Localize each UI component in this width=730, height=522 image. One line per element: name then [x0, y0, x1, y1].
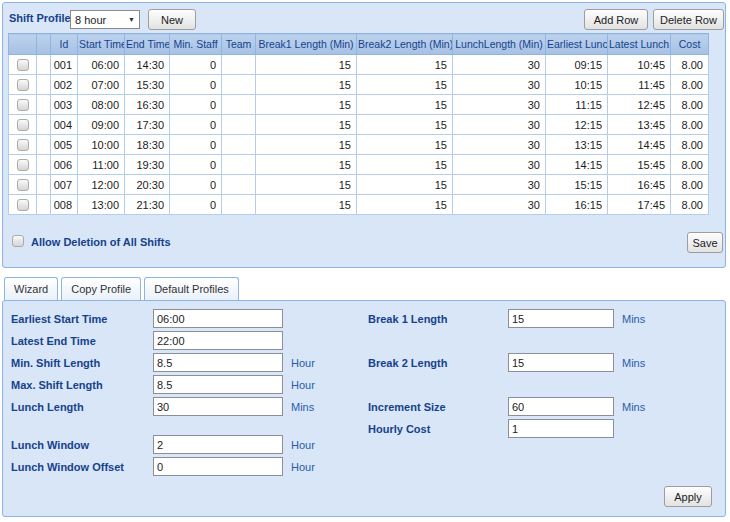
id-cell[interactable]: 007	[51, 175, 78, 195]
earliest-start-time-input[interactable]	[153, 309, 283, 328]
cost-cell[interactable]: 8.00	[671, 95, 709, 115]
team-cell[interactable]	[222, 55, 256, 75]
save-button[interactable]: Save	[687, 232, 723, 253]
id-cell[interactable]: 001	[51, 55, 78, 75]
cost-cell[interactable]: 8.00	[671, 195, 709, 215]
latest-lunch-cell[interactable]: 17:45	[608, 195, 671, 215]
start-time-cell[interactable]: 07:00	[78, 75, 125, 95]
min-staff-cell[interactable]: 0	[170, 95, 222, 115]
tab-copy-profile[interactable]: Copy Profile	[61, 277, 141, 300]
earliest-lunch-cell[interactable]: 09:15	[546, 55, 608, 75]
row-checkbox[interactable]	[17, 79, 29, 91]
earliest-lunch-cell[interactable]: 13:15	[546, 135, 608, 155]
lunch-length-cell[interactable]: 30	[453, 115, 546, 135]
apply-button[interactable]: Apply	[664, 486, 712, 507]
increment-size-input[interactable]	[508, 397, 614, 416]
earliest-lunch-cell[interactable]: 10:15	[546, 75, 608, 95]
lunch-length-cell[interactable]: 30	[453, 135, 546, 155]
start-time-cell[interactable]: 09:00	[78, 115, 125, 135]
team-cell[interactable]	[222, 155, 256, 175]
break1-cell[interactable]: 15	[256, 155, 357, 175]
break2-length-input[interactable]	[508, 353, 614, 372]
end-time-cell[interactable]: 18:30	[125, 135, 170, 155]
shift-profile-select[interactable]: 8 hour ▼	[70, 10, 140, 29]
team-cell[interactable]	[222, 75, 256, 95]
lunch-length-cell[interactable]: 30	[453, 155, 546, 175]
row-checkbox[interactable]	[17, 179, 29, 191]
end-time-cell[interactable]: 14:30	[125, 55, 170, 75]
start-time-cell[interactable]: 08:00	[78, 95, 125, 115]
latest-lunch-cell[interactable]: 12:45	[608, 95, 671, 115]
table-row[interactable]: 004 09:00 17:30 0 15 15 30 12:15 13:45 8…	[9, 115, 709, 135]
break1-cell[interactable]: 15	[256, 115, 357, 135]
row-checkbox[interactable]	[17, 99, 29, 111]
break2-cell[interactable]: 15	[357, 75, 453, 95]
break1-length-input[interactable]	[508, 309, 614, 328]
min-staff-cell[interactable]: 0	[170, 135, 222, 155]
lunch-length-cell[interactable]: 30	[453, 75, 546, 95]
id-cell[interactable]: 005	[51, 135, 78, 155]
latest-lunch-cell[interactable]: 13:45	[608, 115, 671, 135]
id-cell[interactable]: 003	[51, 95, 78, 115]
table-row[interactable]: 003 08:00 16:30 0 15 15 30 11:15 12:45 8…	[9, 95, 709, 115]
cost-cell[interactable]: 8.00	[671, 135, 709, 155]
min-staff-cell[interactable]: 0	[170, 175, 222, 195]
lunch-length-cell[interactable]: 30	[453, 95, 546, 115]
break2-cell[interactable]: 15	[357, 155, 453, 175]
end-time-cell[interactable]: 20:30	[125, 175, 170, 195]
cost-cell[interactable]: 8.00	[671, 155, 709, 175]
latest-lunch-cell[interactable]: 10:45	[608, 55, 671, 75]
lunch-window-input[interactable]	[153, 435, 283, 454]
latest-lunch-cell[interactable]: 16:45	[608, 175, 671, 195]
latest-end-time-input[interactable]	[153, 331, 283, 350]
team-cell[interactable]	[222, 175, 256, 195]
earliest-lunch-cell[interactable]: 16:15	[546, 195, 608, 215]
tab-wizard[interactable]: Wizard	[4, 277, 58, 300]
min-staff-cell[interactable]: 0	[170, 75, 222, 95]
table-row[interactable]: 001 06:00 14:30 0 15 15 30 09:15 10:45 8…	[9, 55, 709, 75]
row-checkbox[interactable]	[17, 119, 29, 131]
cost-cell[interactable]: 8.00	[671, 55, 709, 75]
break1-cell[interactable]: 15	[256, 75, 357, 95]
break1-cell[interactable]: 15	[256, 95, 357, 115]
end-time-cell[interactable]: 16:30	[125, 95, 170, 115]
start-time-cell[interactable]: 10:00	[78, 135, 125, 155]
team-cell[interactable]	[222, 195, 256, 215]
end-time-cell[interactable]: 19:30	[125, 155, 170, 175]
min-staff-cell[interactable]: 0	[170, 195, 222, 215]
latest-lunch-cell[interactable]: 11:45	[608, 75, 671, 95]
start-time-cell[interactable]: 12:00	[78, 175, 125, 195]
row-checkbox[interactable]	[17, 159, 29, 171]
break2-cell[interactable]: 15	[357, 95, 453, 115]
table-row[interactable]: 005 10:00 18:30 0 15 15 30 13:15 14:45 8…	[9, 135, 709, 155]
team-cell[interactable]	[222, 115, 256, 135]
start-time-cell[interactable]: 11:00	[78, 155, 125, 175]
latest-lunch-cell[interactable]: 15:45	[608, 155, 671, 175]
hourly-cost-input[interactable]	[508, 419, 614, 438]
start-time-cell[interactable]: 06:00	[78, 55, 125, 75]
break1-cell[interactable]: 15	[256, 175, 357, 195]
min-staff-cell[interactable]: 0	[170, 55, 222, 75]
max-shift-length-input[interactable]	[153, 375, 283, 394]
end-time-cell[interactable]: 15:30	[125, 75, 170, 95]
id-cell[interactable]: 002	[51, 75, 78, 95]
row-checkbox[interactable]	[17, 139, 29, 151]
team-cell[interactable]	[222, 95, 256, 115]
latest-lunch-cell[interactable]: 14:45	[608, 135, 671, 155]
break2-cell[interactable]: 15	[357, 115, 453, 135]
start-time-cell[interactable]: 13:00	[78, 195, 125, 215]
break2-cell[interactable]: 15	[357, 195, 453, 215]
lunch-window-offset-input[interactable]	[153, 457, 283, 476]
lunch-length-cell[interactable]: 30	[453, 195, 546, 215]
id-cell[interactable]: 004	[51, 115, 78, 135]
break2-cell[interactable]: 15	[357, 135, 453, 155]
allow-deletion-checkbox[interactable]	[12, 235, 24, 247]
tab-default-profiles[interactable]: Default Profiles	[144, 277, 239, 300]
end-time-cell[interactable]: 21:30	[125, 195, 170, 215]
table-row[interactable]: 007 12:00 20:30 0 15 15 30 15:15 16:45 8…	[9, 175, 709, 195]
min-staff-cell[interactable]: 0	[170, 115, 222, 135]
min-shift-length-input[interactable]	[153, 353, 283, 372]
table-row[interactable]: 008 13:00 21:30 0 15 15 30 16:15 17:45 8…	[9, 195, 709, 215]
id-cell[interactable]: 008	[51, 195, 78, 215]
delete-row-button[interactable]: Delete Row	[653, 9, 724, 30]
